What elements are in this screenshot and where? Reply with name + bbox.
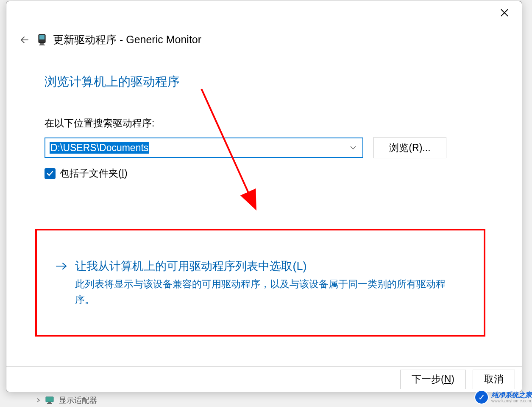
- include-subfolders-label: 包括子文件夹(I): [60, 167, 128, 180]
- watermark-logo-icon: ✓: [474, 390, 489, 404]
- path-value: D:\USERS\Documents: [50, 142, 149, 154]
- cancel-button[interactable]: 取消: [473, 370, 515, 389]
- option-description: 此列表将显示与该设备兼容的可用驱动程序，以及与该设备属于同一类别的所有驱动程序。: [75, 276, 457, 308]
- browse-button[interactable]: 浏览(R)...: [373, 137, 446, 158]
- include-subfolders-checkbox[interactable]: [45, 168, 56, 179]
- svg-rect-2: [47, 403, 52, 404]
- svg-rect-5: [40, 43, 44, 45]
- pick-from-list-option[interactable]: 让我从计算机上的可用驱动程序列表中选取(L) 此列表将显示与该设备兼容的可用驱动…: [35, 229, 485, 337]
- dialog-header: 更新驱动程序 - Generic Monitor: [18, 33, 201, 47]
- svg-rect-4: [39, 35, 45, 39]
- svg-rect-1: [48, 402, 51, 403]
- tree-item-label: 显示适配器: [59, 395, 97, 405]
- path-combobox[interactable]: D:\USERS\Documents: [45, 138, 363, 158]
- watermark-url: www.kzmyhome.com: [491, 399, 532, 403]
- svg-rect-6: [39, 45, 45, 45]
- include-subfolders-row: 包括子文件夹(I): [45, 167, 128, 180]
- search-location-label: 在以下位置搜索驱动程序:: [45, 117, 154, 130]
- close-button[interactable]: [498, 6, 511, 19]
- chevron-down-icon: [350, 144, 357, 152]
- option-content: 让我从计算机上的可用驱动程序列表中选取(L) 此列表将显示与该设备兼容的可用驱动…: [75, 258, 457, 308]
- back-arrow-icon: [19, 35, 30, 45]
- option-title: 让我从计算机上的可用驱动程序列表中选取(L): [75, 258, 457, 274]
- arrow-right-icon: [56, 262, 67, 272]
- svg-rect-0: [46, 397, 53, 402]
- watermark-title: 纯净系统之家: [491, 391, 532, 399]
- dialog-title: 更新驱动程序 - Generic Monitor: [53, 33, 201, 47]
- path-row: D:\USERS\Documents 浏览(R)...: [45, 137, 446, 158]
- watermark: ✓ 纯净系统之家 www.kzmyhome.com: [474, 390, 532, 404]
- next-button[interactable]: 下一步(N): [400, 370, 466, 389]
- checkmark-icon: [46, 170, 54, 177]
- watermark-text: 纯净系统之家 www.kzmyhome.com: [491, 391, 532, 404]
- section-title: 浏览计算机上的驱动程序: [45, 73, 180, 90]
- device-tree-item-background: 显示适配器: [36, 395, 97, 405]
- button-bar: 下一步(N) 取消: [6, 366, 522, 392]
- back-button[interactable]: [18, 34, 31, 46]
- update-driver-dialog: 更新驱动程序 - Generic Monitor 浏览计算机上的驱动程序 在以下…: [6, 1, 522, 392]
- close-icon: [500, 8, 509, 17]
- monitor-device-icon: [37, 34, 47, 46]
